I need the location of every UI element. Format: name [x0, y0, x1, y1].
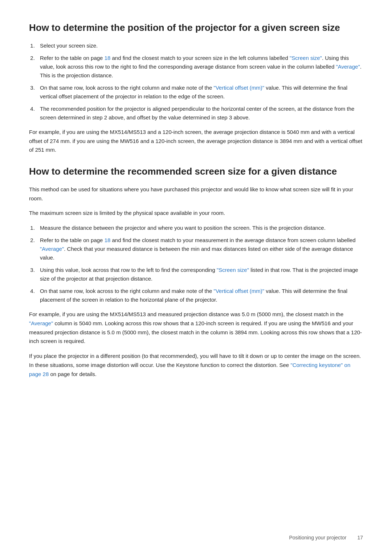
section2-step1: Measure the distance between the project…: [36, 224, 363, 232]
page-content: How to determine the position of the pro…: [29, 22, 363, 379]
section1-steps: Select your screen size. Refer to the ta…: [36, 41, 363, 122]
footer-page: 17: [357, 535, 363, 540]
section2-step3: Using this value, look across that row t…: [36, 266, 363, 283]
section1-step2-link1[interactable]: 18: [105, 55, 111, 61]
section2-step2-link2[interactable]: "Average": [40, 246, 64, 252]
section1-step3-text-before: On that same row, look across to the rig…: [40, 85, 214, 91]
section2-step2-text-after1: and find the closest match to your measu…: [110, 237, 355, 243]
section2-intro1: This method can be used for situations w…: [29, 185, 363, 203]
footer-text: Positioning your projector: [289, 535, 346, 540]
section2-step3-link[interactable]: "Screen size": [217, 267, 249, 273]
section2-step3-text-before: Using this value, look across that row t…: [40, 267, 217, 273]
section2-steps: Measure the distance between the project…: [36, 224, 363, 304]
section1-step4: The recommended position for the project…: [36, 105, 363, 122]
section2-final-after: on page for details.: [49, 371, 97, 377]
section1-step2: Refer to the table on page 18 and find t…: [36, 54, 363, 80]
section1-step2-link2[interactable]: "Screen size": [290, 55, 322, 61]
section2-step2: Refer to the table on page 18 and find t…: [36, 236, 363, 262]
section1-title: How to determine the position of the pro…: [29, 22, 363, 34]
section1: How to determine the position of the pro…: [29, 22, 363, 155]
section1-example: For example, if you are using the MX514/…: [29, 128, 363, 155]
section2-step2-text-before: Refer to the table on page: [40, 237, 105, 243]
section2-step1-text: Measure the distance between the project…: [40, 225, 326, 231]
section1-step4-text: The recommended position for the project…: [40, 106, 354, 121]
section2-title: How to determine the recommended screen …: [29, 166, 363, 178]
section1-step1-text: Select your screen size.: [40, 42, 98, 49]
section2-step4-text-before: On that same row, look across to the rig…: [40, 288, 214, 294]
section2-step2-text-after2: . Check that your measured distance is b…: [40, 246, 353, 261]
section1-step3: On that same row, look across to the rig…: [36, 83, 363, 101]
section2-intro2: The maximum screen size is limited by th…: [29, 209, 363, 218]
section2-example1-after: column is 5040 mm. Looking across this r…: [29, 320, 362, 344]
section1-step1: Select your screen size.: [36, 41, 363, 50]
section1-step2-text-before: Refer to the table on page: [40, 55, 105, 61]
section2-example1-before: For example, if you are using the MX514/…: [29, 311, 343, 317]
footer: Positioning your projector 17: [289, 535, 363, 540]
section1-step3-link[interactable]: "Vertical offset (mm)": [214, 85, 265, 91]
section2-step2-link1[interactable]: 18: [105, 237, 111, 243]
section2-example1: For example, if you are using the MX514/…: [29, 310, 363, 346]
section2-final: If you place the projector in a differen…: [29, 352, 363, 379]
section1-step2-text-after1: and find the closest match to your scree…: [110, 55, 290, 61]
section2-example1-link[interactable]: "Average": [29, 320, 53, 326]
section2-step4-link[interactable]: "Vertical offset (mm)": [214, 288, 265, 294]
section2-step4: On that same row, look across to the rig…: [36, 287, 363, 304]
section1-step2-link3[interactable]: "Average": [336, 64, 360, 70]
section2: How to determine the recommended screen …: [29, 166, 363, 379]
